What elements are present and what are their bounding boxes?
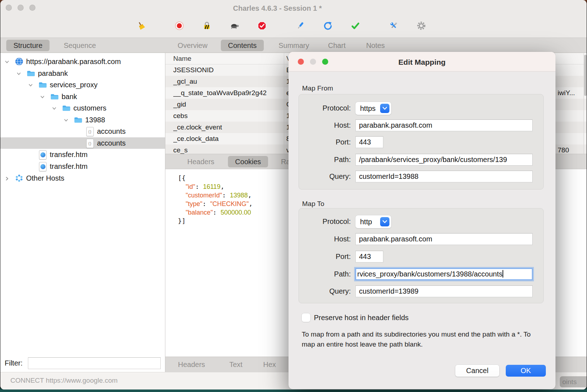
tree-item-label: customers (73, 102, 106, 114)
filter-input[interactable] (28, 357, 161, 369)
table-scrollbar-track (583, 53, 584, 154)
map-from-protocol-select[interactable]: https (355, 102, 391, 115)
repeat-icon[interactable] (323, 21, 333, 31)
clear-session-icon[interactable] (136, 21, 146, 31)
help-text-line1: To map from a path and its subdirectorie… (302, 329, 531, 339)
tab-summary[interactable]: Summary (271, 40, 316, 51)
tree-item-other-hosts[interactable]: Other Hosts (0, 172, 165, 184)
chevron-down-icon[interactable] (5, 59, 9, 64)
chevron-down-icon[interactable] (40, 94, 45, 99)
chevron-down-icon[interactable] (28, 83, 33, 87)
map-to-label: Map To (302, 200, 324, 208)
tree-item-bank[interactable]: bank (0, 91, 165, 102)
json-line: "customerId": 13988, (178, 191, 252, 200)
column-separator[interactable] (284, 53, 284, 154)
map-to-port-input[interactable]: 443 (355, 251, 383, 263)
window-title: Charles 4.6.3 - Session 1 * (0, 0, 554, 16)
compose-icon[interactable] (295, 21, 305, 31)
chevron-down-icon[interactable] (16, 71, 21, 76)
cookie-name: __q_state_toaWvavBpa9r2g42 (173, 87, 285, 99)
ssl-proxying-icon[interactable] (202, 21, 212, 31)
response-tab-cookies[interactable]: Cookies (228, 156, 268, 167)
tree-item-transfer-htm[interactable]: transfer.htm (0, 161, 165, 172)
window-titlebar: Charles 4.6.3 - Session 1 * (0, 0, 587, 16)
tree-item-https-parabank-parasoft-com[interactable]: https://parabank.parasoft.com (0, 56, 165, 67)
record-icon[interactable] (174, 21, 184, 31)
ok-button[interactable]: OK (506, 365, 546, 377)
throttle-icon[interactable] (229, 21, 239, 31)
format-tab-hex[interactable]: Hex (256, 359, 283, 370)
breakpoints-toggle-button[interactable]: oints (560, 376, 587, 387)
map-to-query-label: Query: (288, 285, 351, 297)
map-to-query-input[interactable]: customerId=13989 (355, 285, 533, 297)
breakpoints-icon[interactable] (257, 21, 267, 31)
map-to-protocol-value: http (360, 215, 372, 228)
map-to-protocol-select[interactable]: http (355, 215, 391, 228)
cookie-value-fragment: iwiY... (558, 87, 575, 99)
filter-label: Filter: (5, 357, 23, 369)
tree-item-customers[interactable]: customers (0, 102, 165, 114)
chevron-down-icon[interactable] (64, 118, 68, 122)
response-tab-headers[interactable]: Headers (180, 156, 222, 167)
tree-item-label: accounts (97, 137, 126, 149)
map-from-query-input[interactable]: customerId=13988 (355, 171, 533, 182)
preserve-host-checkbox[interactable] (302, 313, 310, 322)
dialog-title: Edit Mapping (288, 52, 556, 72)
tab-structure[interactable]: Structure (6, 40, 49, 51)
tree-item-accounts[interactable]: {}accounts (0, 126, 165, 137)
tree-item-transfer-htm[interactable]: transfer.htm (0, 149, 165, 160)
tree-item-parabank[interactable]: parabank (0, 68, 165, 79)
map-from-host-label: Host: (288, 119, 351, 131)
format-tab-headers[interactable]: Headers (171, 359, 212, 370)
map-from-port-input[interactable]: 443 (355, 136, 383, 148)
tree-item-accounts[interactable]: {}accounts (0, 137, 165, 149)
map-from-query-label: Query: (288, 171, 351, 182)
json-line: "id": 16119, (178, 182, 224, 191)
tab-notes[interactable]: Notes (359, 40, 392, 51)
tab-overview[interactable]: Overview (170, 40, 214, 51)
main-toolbar (0, 16, 587, 38)
cookie-value-fragment: 780 (558, 144, 569, 154)
map-from-protocol-label: Protocol: (288, 102, 351, 114)
tree-item-label: accounts (97, 126, 126, 137)
map-from-host-input[interactable]: parabank.parasoft.com (355, 119, 533, 131)
tree-item-label: https://parabank.parasoft.com (26, 56, 121, 67)
map-to-path-value: rvices_proxy/bank/customers/13988/accoun… (357, 270, 503, 278)
folder-icon (26, 69, 35, 78)
tree-item-label: transfer.htm (50, 161, 88, 172)
column-header-name[interactable]: Name (173, 53, 191, 64)
map-from-path-input[interactable]: /parabank/services_proxy/bank/customers/… (355, 154, 533, 166)
validate-icon[interactable] (350, 21, 360, 31)
map-to-host-input[interactable]: parabank.parasoft.com (355, 233, 533, 245)
tab-contents[interactable]: Contents (221, 40, 264, 51)
tree-item-label: services_proxy (50, 79, 97, 90)
tab-chart[interactable]: Chart (321, 40, 353, 51)
table-scrollbar-thumb[interactable] (584, 55, 587, 96)
html-file-icon (38, 150, 47, 159)
hosts-icon (15, 174, 24, 182)
tab-sequence[interactable]: Sequence (57, 40, 103, 51)
map-from-port-label: Port: (288, 136, 351, 148)
structure-panel: https://parabank.parasoft.comparabankser… (0, 53, 165, 372)
map-from-label: Map From (302, 84, 333, 92)
tree-item-label: Other Hosts (26, 172, 64, 184)
view-tab-strip: StructureSequenceOverviewContentsSummary… (0, 38, 587, 53)
tree-item-label: parabank (38, 68, 68, 79)
json-line: "type": "CHECKING", (178, 200, 253, 208)
map-to-path-input[interactable]: rvices_proxy/bank/customers/13988/accoun… (355, 268, 533, 280)
tree-item-services-proxy[interactable]: services_proxy (0, 79, 165, 90)
json-file-icon: {} (86, 139, 94, 147)
tools-icon[interactable] (389, 21, 399, 31)
json-line: }] (178, 217, 186, 225)
map-to-path-label: Path: (288, 268, 351, 280)
folder-icon (74, 116, 83, 124)
format-tab-text[interactable]: Text (222, 359, 250, 370)
settings-icon[interactable] (416, 21, 426, 31)
chevron-right-icon[interactable] (5, 176, 9, 181)
status-text: CONNECT https://www.google.com (10, 372, 118, 389)
tree-item-label: 13988 (85, 114, 105, 126)
tree-item-13988[interactable]: 13988 (0, 114, 165, 126)
chevron-down-icon[interactable] (52, 106, 57, 111)
json-line: [{ (178, 174, 186, 182)
cancel-button[interactable]: Cancel (455, 365, 499, 377)
